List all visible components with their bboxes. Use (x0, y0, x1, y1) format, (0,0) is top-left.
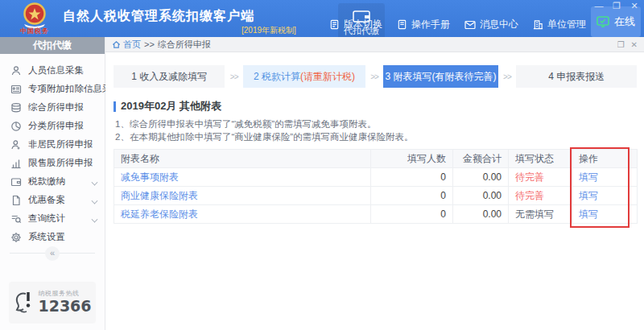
sidebar-items: 人员信息采集 专项附加扣除信息采集 综合所得申报 分类所得申报 (0, 61, 105, 246)
form-link[interactable]: 减免事项附表 (121, 171, 179, 183)
notes: 1、综合所得申报表中填写了“减免税额”的需填写减免事项附表。 2、在本期其他扣除… (114, 118, 636, 143)
breadcrumb-separator: >> (144, 39, 155, 49)
status-cell: 待完善 (509, 168, 572, 187)
table-row: 商业健康保险附表 0 0.00 待完善 填写 (114, 187, 638, 205)
gear-icon (10, 232, 22, 243)
form-link[interactable]: 商业健康保险附表 (121, 190, 198, 201)
note-line: 1、综合所得申报表中填写了“减免税额”的需填写减免事项附表。 (115, 118, 636, 130)
attached-forms-table-wrap: 附表名称 填写人数 金额合计 填写状态 操作 减免事项附表 0 0.00 待完善 (114, 149, 637, 224)
online-status-button[interactable]: 在线 (591, 6, 641, 37)
search-list-icon (10, 213, 22, 225)
step-navigation: 1 收入及减除填写 >> 2 税款计算(请重新计税) >> 3 附表填写(有附表… (114, 65, 637, 88)
hotline-badge: 纳税服务热线 12366 (9, 282, 96, 324)
period-title: 2019年02月 其他附表 (114, 99, 636, 113)
step-2-tax-calculation[interactable]: 2 税款计算(请重新计税) (243, 65, 365, 88)
home-icon (112, 40, 121, 49)
user-icon (10, 65, 22, 76)
restore-button[interactable]: ❐ (612, 1, 621, 10)
fill-action-link[interactable]: 填写 (579, 171, 598, 183)
top-menu: 版本切换 操作手册 消息中心 单位管理 (329, 18, 586, 31)
breadcrumb-home[interactable]: 首页 (112, 39, 141, 51)
step-1-income[interactable]: 1 收入及减除填写 (114, 65, 225, 88)
chevron-down-icon (92, 217, 98, 223)
wallet-icon (10, 176, 22, 188)
form-link[interactable]: 税延养老保险附表 (121, 208, 198, 220)
col-fill-count: 填写人数 (371, 150, 453, 168)
manual-icon (397, 19, 407, 30)
step-4-submit[interactable]: 4 申报表报送 (516, 65, 637, 88)
app-subtitle: [2019年新税制] (242, 25, 296, 36)
user-badge-icon (10, 139, 22, 151)
fill-count-cell: 0 (371, 187, 453, 205)
menu-item-unit-management[interactable]: 单位管理 (533, 18, 586, 31)
hotline-number: 12366 (38, 298, 91, 315)
fill-action-link[interactable]: 填写 (579, 208, 598, 220)
step-separator: >> (365, 72, 384, 81)
sidebar-item-classified-income[interactable]: 分类所得申报 (0, 117, 105, 135)
col-action: 操作 (572, 150, 638, 168)
table-row: 税延养老保险附表 0 0.00 无需填写 填写 (114, 205, 638, 224)
sidebar-divider: « (10, 253, 95, 254)
sidebar-item-comprehensive-income[interactable]: 综合所得申报 (0, 98, 105, 117)
fill-count-cell: 0 (371, 205, 453, 224)
attached-forms-table: 附表名称 填写人数 金额合计 填写状态 操作 减免事项附表 0 0.00 待完善 (114, 149, 638, 224)
sidebar-item-nonresident-income[interactable]: 非居民所得申报 (0, 135, 105, 154)
sidebar-collapse-button[interactable]: « (45, 246, 60, 261)
sidebar-item-restricted-shares[interactable]: 限售股所得申报 (0, 154, 105, 172)
tab-restore-icon[interactable]: ❐ (617, 40, 625, 49)
sidebar-header: 代扣代缴 (0, 37, 105, 54)
close-button[interactable]: ✕ (630, 1, 639, 10)
document-icon (10, 195, 22, 206)
fill-count-cell: 0 (371, 168, 453, 187)
menu-item-manual[interactable]: 操作手册 (397, 18, 450, 31)
tab-controls: ❐ ✕ (617, 40, 638, 49)
pie-chart-icon (10, 121, 22, 132)
document-icon (329, 19, 340, 30)
menu-item-version-switch[interactable]: 版本切换 (329, 18, 382, 31)
table-row: 减免事项附表 0 0.00 待完善 填写 (114, 168, 638, 187)
card-list-icon (10, 84, 22, 95)
layers-icon (10, 102, 22, 113)
app-title: 自然人税收管理系统扣缴客户端 (63, 8, 254, 25)
online-monitor-icon (597, 16, 609, 27)
status-cell: 待完善 (509, 187, 572, 205)
step-separator: >> (498, 72, 517, 81)
sidebar-item-query-statistics[interactable]: 查询统计 (0, 209, 105, 228)
building-icon (533, 19, 543, 30)
content-panel: 1 收入及减除填写 >> 2 税款计算(请重新计税) >> 3 附表填写(有附表… (105, 52, 644, 224)
sidebar-item-system-settings[interactable]: 系统设置 (0, 228, 105, 246)
sidebar-item-special-deduction[interactable]: 专项附加扣除信息采集 (0, 80, 105, 98)
col-amount-total: 金额合计 (453, 150, 509, 168)
note-line: 2、在本期其他扣除中填写了“商业健康保险”的需填写商业健康保险附表。 (115, 130, 636, 143)
sidebar-item-preferential-filing[interactable]: 优惠备案 (0, 191, 105, 209)
breadcrumb-current: 综合所得申报 (158, 39, 211, 51)
envelope-icon (464, 20, 476, 30)
step-separator: >> (225, 72, 243, 81)
menu-item-message-center[interactable]: 消息中心 (464, 18, 518, 31)
sidebar-item-tax-payment[interactable]: 税款缴纳 (0, 172, 105, 191)
col-fill-status: 填写状态 (509, 150, 572, 168)
title-accent-bar (114, 101, 116, 112)
main-area: 首页 >> 综合所得申报 ❐ ✕ 1 收入及减除填写 >> 2 税款计算(请重新… (105, 37, 644, 330)
fill-action-link[interactable]: 填写 (579, 190, 598, 201)
status-cell: 无需填写 (509, 205, 572, 224)
chevron-down-icon (92, 198, 98, 204)
amount-cell: 0.00 (453, 168, 509, 187)
bar-chart-icon (10, 158, 22, 169)
step-3-attached-forms[interactable]: 3 附表填写(有附表待完善) (383, 65, 497, 88)
breadcrumb: 首页 >> 综合所得申报 ❐ ✕ (105, 37, 644, 52)
hotline-operator-icon (13, 289, 34, 316)
tab-close-icon[interactable]: ✕ (631, 40, 638, 49)
app-window: 自然人税收管理系统扣缴客户端 [2019年新税制] 代扣代缴 版本切换 (0, 0, 644, 330)
amount-cell: 0.00 (453, 205, 509, 224)
minimize-button[interactable]: — (594, 1, 604, 10)
table-header-row: 附表名称 填写人数 金额合计 填写状态 操作 (114, 150, 638, 168)
col-form-name: 附表名称 (114, 150, 371, 168)
sidebar-item-personnel-info[interactable]: 人员信息采集 (0, 61, 105, 80)
sidebar: 代扣代缴 人员信息采集 专项附加扣除信息采集 综合所得申报 (0, 37, 105, 330)
amount-cell: 0.00 (453, 187, 509, 205)
window-controls: — ❐ ✕ (594, 1, 639, 10)
chevron-down-icon (92, 179, 98, 186)
titlebar: 自然人税收管理系统扣缴客户端 [2019年新税制] 代扣代缴 版本切换 (0, 0, 644, 37)
